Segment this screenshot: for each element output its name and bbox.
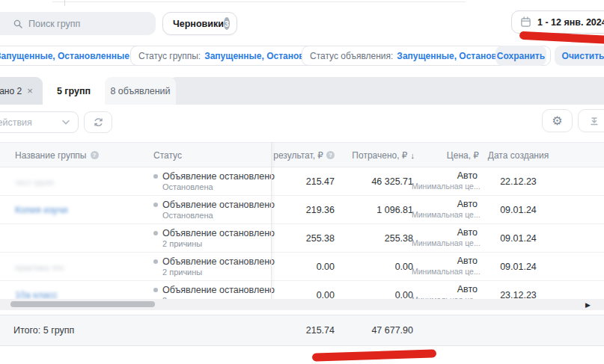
tab-selected-count-label: Выбрано 2	[0, 86, 22, 96]
cost-per-result-value: 215.47	[271, 176, 335, 187]
spent-value: 255.38	[338, 233, 413, 244]
table-row[interactable]: практика тен Объявление остановлено 2 пр…	[0, 253, 604, 281]
price-substrategy: Минимальная це...	[412, 182, 478, 191]
drafts-button[interactable]: Черновики 3	[162, 12, 237, 35]
group-status: Объявление остановлено 2 причины	[153, 256, 275, 277]
tab-selected-count[interactable]: Выбрано 2 ×	[0, 77, 43, 105]
created-date: 09.01.24	[483, 262, 554, 272]
status-dot-icon	[153, 288, 158, 292]
search-icon	[13, 19, 22, 28]
save-filters-button[interactable]: Сохранить	[495, 46, 546, 66]
search-input[interactable]: Поиск групп	[0, 12, 156, 35]
scroll-right-arrow-icon[interactable]: ▶	[582, 299, 594, 310]
gear-icon: ⚙	[552, 115, 562, 127]
sticky-column-shadow	[272, 142, 275, 299]
filter-chip-value: Запущенные, Остановленные	[0, 51, 129, 61]
price-value: Авто Минимальная це...	[412, 256, 478, 276]
group-name[interactable]: тест групп	[15, 178, 54, 187]
calendar-icon	[520, 16, 531, 28]
column-header-price[interactable]: Цена, ₽	[412, 143, 479, 167]
refresh-button[interactable]	[84, 111, 112, 133]
filter-chip-campaign-status[interactable]: Запущенные, Остановленные ×	[0, 46, 150, 66]
column-header-created[interactable]: Дата создания	[483, 143, 554, 167]
clear-filters-button[interactable]: Очистить	[555, 46, 604, 66]
totals-label: Итого: 5 групп	[13, 315, 74, 345]
table-row[interactable]: Объявление остановлено 2 причины 255.38 …	[0, 224, 604, 253]
group-status: Объявление остановлено Остановлена	[153, 200, 275, 220]
filter-chip-label: Статус объявления:	[310, 51, 393, 61]
price-value: Авто Минимальная це...	[412, 170, 478, 191]
group-status: Объявление остановлено 2 причины	[153, 228, 275, 248]
drafts-count-badge: 3	[224, 17, 230, 30]
status-substatus: Остановлена	[162, 182, 275, 191]
date-range-value: 1 - 12 янв. 2024	[537, 17, 604, 28]
close-icon[interactable]: ×	[27, 85, 33, 96]
actions-select[interactable]: Действия	[0, 111, 79, 133]
status-dot-icon	[153, 203, 158, 207]
table-row[interactable]: Копия изучи Объявление остановлено Остан…	[0, 196, 604, 224]
search-placeholder: Поиск групп	[28, 19, 80, 29]
tab-ads[interactable]: 8 объявлений	[105, 77, 176, 105]
spent-value: 1 096.81	[338, 205, 413, 215]
status-substatus: 2 причины	[162, 268, 275, 277]
price-value: Авто Минимальная це...	[412, 199, 478, 219]
status-dot-icon	[153, 174, 158, 179]
top-divider-tick	[64, 0, 65, 6]
red-marker-annotation-totals	[312, 349, 436, 361]
column-header-name[interactable]: Название группы ?	[15, 143, 99, 167]
price-substrategy: Минимальная це...	[412, 267, 478, 276]
status-substatus: 2 причины	[162, 239, 275, 248]
group-name[interactable]: практика тен	[15, 263, 64, 272]
tab-strip-background	[168, 77, 604, 105]
column-header-status[interactable]: Статус	[153, 143, 182, 167]
group-status: Объявление остановлено Остановлена	[153, 171, 275, 191]
drafts-label: Черновики	[173, 19, 224, 29]
settings-button[interactable]: ⚙	[542, 109, 573, 132]
export-button[interactable]	[578, 109, 604, 132]
table-row[interactable]: тест групп Объявление остановлено Остано…	[0, 167, 604, 196]
actions-select-placeholder: Действия	[0, 117, 32, 128]
date-range-button[interactable]: 1 - 12 янв. 2024	[511, 10, 604, 34]
column-header-spent[interactable]: Потрачено, ₽ ↓	[338, 143, 415, 167]
horizontal-scrollbar-thumb[interactable]	[10, 301, 155, 307]
table-totals-row: Итого: 5 групп 215.74 47 677.90	[0, 315, 604, 346]
status-dot-icon	[153, 231, 158, 235]
column-header-cpr-label: Цена за результат, ₽	[271, 150, 323, 161]
column-header-cost-per-result[interactable]: Цена за результат, ₽ ?	[271, 143, 336, 167]
column-header-spent-label: Потрачено, ₽	[352, 150, 407, 161]
chevron-down-icon	[62, 120, 70, 125]
created-date: 09.01.24	[483, 205, 554, 215]
status-dot-icon	[153, 259, 158, 264]
tab-groups[interactable]: 5 групп	[43, 77, 105, 105]
help-icon[interactable]: ?	[91, 151, 99, 159]
download-icon	[589, 116, 600, 126]
top-divider-line	[52, 1, 466, 2]
totals-cost-per-result: 215.74	[271, 315, 335, 345]
created-date: 22.12.23	[483, 176, 554, 187]
table-header-row: Название группы ? Статус Цена за результ…	[0, 142, 604, 167]
status-substatus: Остановлена	[162, 211, 275, 220]
price-substrategy: Минимальная це...	[412, 210, 478, 219]
cost-per-result-value: 219.36	[271, 205, 335, 215]
column-header-name-label: Название группы	[15, 150, 87, 161]
refresh-icon	[93, 117, 104, 128]
spent-value: 0.00	[338, 262, 413, 272]
price-value: Авто Минимальная це...	[412, 227, 478, 247]
help-icon[interactable]: ?	[326, 151, 335, 159]
price-substrategy: Минимальная це...	[412, 238, 478, 247]
filter-chip-label: Статус группы:	[138, 51, 201, 61]
cost-per-result-value: 0.00	[271, 262, 335, 272]
cost-per-result-value: 255.38	[271, 233, 335, 244]
spent-value: 46 325.71	[338, 176, 413, 187]
group-name[interactable]: Копия изучи	[15, 205, 68, 215]
created-date: 09.01.24	[483, 233, 554, 244]
totals-spent: 47 677.90	[338, 315, 413, 345]
